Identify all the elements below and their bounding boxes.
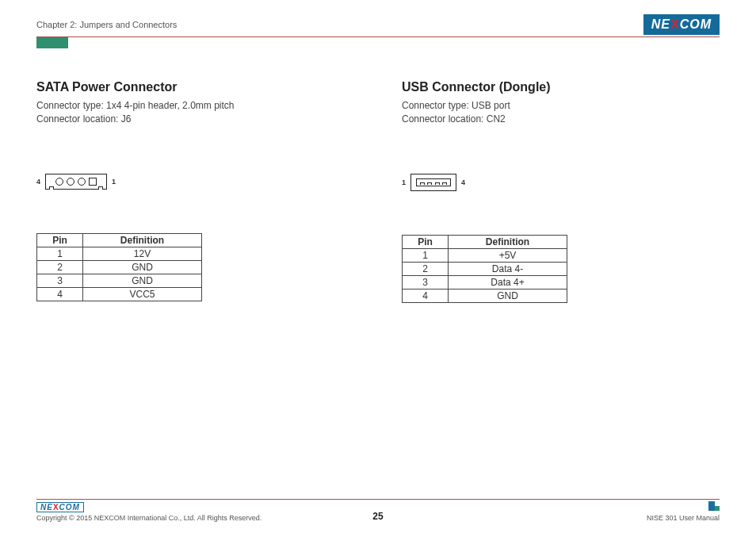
page-number: 25: [372, 511, 383, 522]
table-row: 3 GND: [37, 274, 202, 287]
sata-connector-icon: [45, 174, 107, 190]
pin-circle-icon: [55, 178, 63, 186]
header-bar: Chapter 2: Jumpers and Connectors NEXCOM: [36, 14, 720, 37]
pin-square-icon: [89, 178, 97, 186]
usb-pin-label-right: 4: [461, 178, 465, 186]
sata-title: SATA Power Connector: [36, 80, 354, 94]
usb-inner-icon: [416, 178, 451, 186]
sata-diagram: 4 1: [36, 174, 354, 190]
sata-pin-label-right: 1: [112, 178, 116, 186]
usb-desc1: Connector type: USB port: [402, 99, 720, 113]
pin-circle-icon: [67, 178, 74, 186]
table-row: 2 Data 4-: [403, 262, 567, 275]
sata-pin-table: Pin Definition 1 12V 2 GND 3 GND 4 VCC: [36, 233, 202, 301]
pin-circle-icon: [78, 178, 86, 186]
table-row: 1 12V: [37, 247, 202, 260]
copyright-text: Copyright © 2015 NEXCOM International Co…: [36, 514, 262, 522]
chapter-label: Chapter 2: Jumpers and Connectors: [36, 20, 177, 32]
table-row: 3 Data 4+: [403, 275, 567, 289]
usb-title: USB Connector (Dongle): [402, 80, 720, 94]
table-row: 4 GND: [403, 289, 567, 302]
th-pin: Pin: [403, 235, 449, 248]
green-accent: [36, 37, 68, 48]
table-row: 1 +5V: [403, 248, 567, 262]
table-row: 4 VCC5: [37, 287, 202, 301]
nexcom-logo-top: NEXCOM: [643, 14, 720, 35]
footer-bar: NEXCOM Copyright © 2015 NEXCOM Internati…: [36, 499, 720, 522]
th-pin: Pin: [37, 233, 83, 247]
usb-connector-icon: [410, 174, 456, 191]
usb-section: USB Connector (Dongle) Connector type: U…: [402, 80, 720, 303]
sata-pin-label-left: 4: [36, 178, 40, 186]
usb-diagram: 1 4: [402, 174, 720, 191]
usb-pin-table: Pin Definition 1 +5V 2 Data 4- 3 Data 4+…: [402, 235, 567, 303]
usb-pin-label-left: 1: [402, 178, 406, 186]
table-row: 2 GND: [37, 260, 202, 274]
th-def: Definition: [449, 235, 567, 248]
usb-desc2: Connector location: CN2: [402, 113, 720, 126]
sata-desc2: Connector location: J6: [36, 113, 354, 126]
manual-name: NISE 301 User Manual: [647, 514, 720, 522]
sata-desc1: Connector type: 1x4 4-pin header, 2.0mm …: [36, 99, 354, 113]
sata-section: SATA Power Connector Connector type: 1x4…: [36, 80, 354, 303]
th-def: Definition: [83, 233, 202, 247]
nexcom-logo-footer: NEXCOM: [36, 502, 84, 512]
